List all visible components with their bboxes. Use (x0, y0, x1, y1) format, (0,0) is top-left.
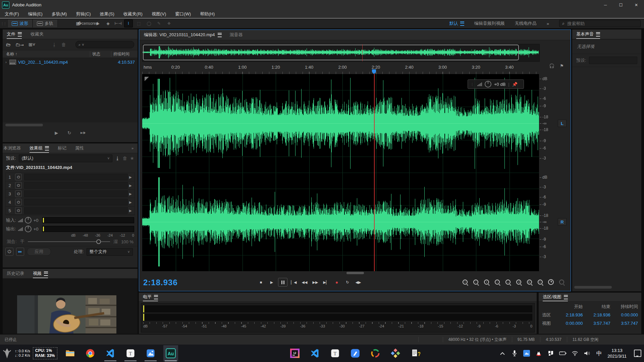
preview-play-icon[interactable]: ▶ (55, 130, 58, 135)
taskbar-help-doc[interactable]: ? (408, 345, 423, 361)
wave-zoom-scrollbar[interactable] (346, 272, 364, 274)
speaker-icon[interactable] (583, 351, 591, 356)
search-input[interactable] (567, 21, 638, 26)
taskbar-chrome[interactable] (83, 345, 98, 361)
preset-dropdown[interactable]: (默认)˅ (19, 155, 113, 162)
panel-menu-icon[interactable] (596, 32, 600, 37)
zoom-to-selection-button[interactable]: ↔ (504, 278, 512, 286)
effect-slot-well[interactable] (24, 199, 128, 205)
volume-hud[interactable]: ⋮ +0 dB | 📌 (468, 79, 524, 89)
slot-arrow-icon[interactable]: ▶ (129, 175, 135, 179)
slip-tool-icon[interactable]: ◈ (104, 20, 112, 27)
paintbrush-selection-tool-icon[interactable]: ✎ (155, 20, 163, 27)
zoom-reset-button[interactable] (557, 278, 566, 286)
menu-item[interactable]: 窗口(W) (175, 11, 191, 17)
process-dropdown[interactable]: 整个文件˅ (87, 248, 133, 256)
menu-item[interactable]: 编辑(E) (28, 11, 43, 17)
taskbar-vscode-2[interactable] (308, 345, 322, 361)
effect-slot-well[interactable] (24, 182, 128, 189)
taskbar-explorer[interactable] (63, 345, 77, 361)
spectral-view-icon[interactable]: �censored (84, 20, 92, 27)
new-file-icon[interactable]: ⊞˅ (29, 42, 35, 47)
time-selection-tool-icon[interactable]: I (124, 19, 133, 27)
tab-effects-rack[interactable]: 效果组 (30, 143, 49, 153)
power-icon[interactable]: ⏻ (15, 182, 22, 189)
clock-widget[interactable]: 13:13 2021/3/11 (607, 348, 627, 359)
tray-blue-app-icon[interactable] (523, 350, 530, 357)
play-button[interactable]: ▶ (267, 278, 276, 286)
taskbar-intellij[interactable]: IJ (287, 345, 302, 361)
multitrack-mode-button[interactable]: 多轨 (33, 19, 58, 28)
zoom-in-amplitude-button[interactable]: + (482, 278, 491, 286)
move-tool-icon[interactable]: ▶ (94, 20, 102, 27)
tab-history[interactable]: 历史记录 (7, 269, 24, 278)
zoom-selection-in-button[interactable]: ◁ (515, 278, 523, 286)
preview-autoplay-icon[interactable]: ▸🕪 (80, 130, 86, 135)
rack-list-button[interactable]: ≔ (16, 248, 24, 256)
loop-playback-button[interactable]: ↻ (343, 278, 352, 286)
taskbar-image-viewer[interactable] (143, 345, 158, 361)
spot-healing-tool-icon[interactable]: ❖ (165, 20, 173, 27)
marquee-selection-tool-icon[interactable]: ⬚ (135, 20, 143, 27)
tab-favorites[interactable]: 收藏夹 (31, 29, 44, 39)
slot-arrow-icon[interactable]: ▶ (129, 184, 135, 187)
menu-item[interactable]: 视图(V) (152, 11, 166, 17)
taskbar-navicat[interactable] (368, 345, 383, 361)
minimize-button[interactable]: ─ (598, 0, 613, 10)
zoom-selection-full-button[interactable]: □ (536, 278, 544, 286)
fast-forward-button[interactable]: ▶▶ (311, 278, 320, 286)
effect-slot[interactable]: 1⏻▶ (6, 173, 135, 181)
open-file-icon[interactable]: 🗁 (6, 42, 11, 47)
tab-editor[interactable]: 编辑器: VID_20210311_104420.mp4 (144, 32, 222, 38)
tab-mixer[interactable]: 混音器 (230, 32, 243, 38)
taskbar-vscode[interactable] (103, 345, 118, 361)
channel-badge-R[interactable]: R (558, 218, 567, 226)
menu-item[interactable]: 文件(F) (5, 11, 19, 17)
preview-loop-icon[interactable]: ↻ (67, 130, 71, 135)
maximize-button[interactable]: ☐ (613, 0, 629, 10)
pause-button[interactable] (278, 278, 287, 287)
rewind-button[interactable]: ◀◀ (300, 278, 309, 286)
files-hscrollbar[interactable] (5, 124, 135, 126)
record-button[interactable]: ● (332, 278, 341, 286)
zoom-selection-out-button[interactable]: ▷ (525, 278, 534, 286)
slot-arrow-icon[interactable]: ▶ (129, 200, 135, 204)
mix-slider[interactable] (28, 241, 110, 242)
menu-item[interactable]: 效果(S) (100, 11, 114, 17)
wifi-icon[interactable] (571, 351, 579, 356)
help-search-field[interactable]: ⌕ (559, 20, 641, 27)
tray-app-icon[interactable] (2, 348, 12, 358)
menu-item[interactable]: 多轨(M) (52, 11, 67, 17)
effect-slot[interactable]: 4⏻▶ (6, 198, 135, 206)
taskbar-audition[interactable]: Au (163, 345, 178, 361)
battery-icon[interactable] (559, 351, 567, 356)
effect-slot[interactable]: 3⏻▶ (6, 190, 135, 198)
panel-menu-icon[interactable] (45, 146, 49, 150)
zoom-full-icon[interactable]: 🎧 (549, 63, 554, 68)
panel-menu-icon[interactable] (564, 295, 568, 299)
effect-slot[interactable]: 2⏻▶ (6, 181, 135, 190)
panel-menu-icon[interactable] (18, 32, 22, 37)
skip-to-start-button[interactable]: ▏◀ (289, 278, 298, 286)
cpu-ram-widget[interactable]: CPU: 1% RAM: 33% (33, 347, 57, 359)
workspace-tab-edit-audio-to-video[interactable]: 编辑音频到视频 (474, 20, 505, 26)
import-file-icon[interactable]: 🗀⭢ (15, 42, 24, 48)
workspace-tab-radio[interactable]: 无线电作品 (515, 20, 537, 26)
qq-icon[interactable] (535, 350, 542, 357)
taskbar-notes-app[interactable] (348, 345, 363, 361)
time-ruler[interactable]: hms 0:200:401:001:201:402:002:202:403:00… (142, 63, 539, 74)
razor-tool-icon[interactable]: ⊢⊣ (114, 20, 122, 27)
tab-levels[interactable]: 电平 (143, 293, 158, 301)
input-gain-knob[interactable] (25, 217, 32, 224)
output-gain-knob[interactable] (25, 226, 32, 232)
tab-properties[interactable]: 属性 (75, 143, 84, 153)
tab-media-browser[interactable]: 本浏览器 (3, 143, 21, 153)
menu-item[interactable]: 收藏夹(R) (123, 11, 143, 17)
overview-strip[interactable] (142, 44, 540, 62)
time-display[interactable]: 2:18.936 (143, 278, 178, 287)
close-button[interactable]: ✕ (629, 0, 644, 10)
stop-button[interactable]: ■ (257, 278, 265, 286)
workspace-overflow-button[interactable]: » (547, 21, 549, 26)
ime-indicator[interactable]: 中 (595, 350, 603, 357)
amplitude-ruler[interactable]: dB-3-6-9-18-∞-18-9-6-3LdB-3-6-9-18-∞-18-… (539, 74, 571, 271)
